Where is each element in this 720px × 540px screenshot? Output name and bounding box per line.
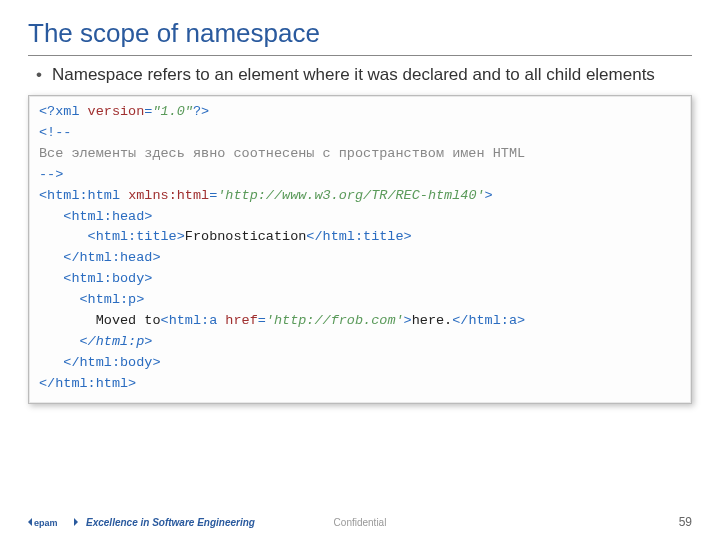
code-token: <html:html: [39, 188, 128, 203]
svg-marker-0: [28, 518, 32, 526]
footer: epam Excellence in Software Engineering …: [0, 514, 720, 530]
footer-confidential: Confidential: [334, 517, 387, 528]
code-token: </html:p>: [39, 334, 152, 349]
logo-text: epam: [34, 518, 58, 528]
svg-marker-1: [74, 518, 78, 526]
code-token: "1.0": [152, 104, 193, 119]
code-token: <?xml: [39, 104, 88, 119]
code-token: Moved to: [39, 313, 161, 328]
code-token: <html:p>: [39, 292, 144, 307]
code-token: <html:title>: [39, 229, 185, 244]
footer-tagline: Excellence in Software Engineering: [86, 517, 255, 528]
logo-block: epam Excellence in Software Engineering: [28, 514, 255, 530]
code-token: xmlns:html: [128, 188, 209, 203]
code-token: <html:a: [161, 313, 226, 328]
page-title: The scope of namespace: [28, 18, 692, 49]
title-underline: [28, 55, 692, 56]
code-token: </html:a>: [452, 313, 525, 328]
code-token: </html:html>: [39, 376, 136, 391]
code-token: </html:title>: [306, 229, 411, 244]
code-token: Все элементы здесь явно соотнесены с про…: [39, 146, 525, 161]
code-token: >: [485, 188, 493, 203]
code-token: 'http://www.w3.org/TR/REC-html40': [217, 188, 484, 203]
bullet-item: Namespace refers to an element where it …: [36, 64, 692, 87]
code-token: >: [404, 313, 412, 328]
page-number: 59: [679, 515, 692, 529]
bullet-list: Namespace refers to an element where it …: [28, 64, 692, 87]
epam-logo-icon: epam: [28, 514, 78, 530]
code-token: ?>: [193, 104, 209, 119]
code-token: <html:head>: [39, 209, 152, 224]
slide: The scope of namespace Namespace refers …: [0, 0, 720, 540]
code-token: <html:body>: [39, 271, 152, 286]
code-token: -->: [39, 167, 63, 182]
code-token: version: [88, 104, 145, 119]
code-token: here.: [412, 313, 453, 328]
code-token: <!--: [39, 125, 71, 140]
code-token: Frobnostication: [185, 229, 307, 244]
code-token: </html:body>: [39, 355, 161, 370]
code-token: </html:head>: [39, 250, 161, 265]
code-block: <?xml version="1.0"?> <!-- Все элементы …: [28, 95, 692, 404]
code-token: 'http://frob.com': [266, 313, 404, 328]
code-token: =: [258, 313, 266, 328]
code-token: href: [225, 313, 257, 328]
